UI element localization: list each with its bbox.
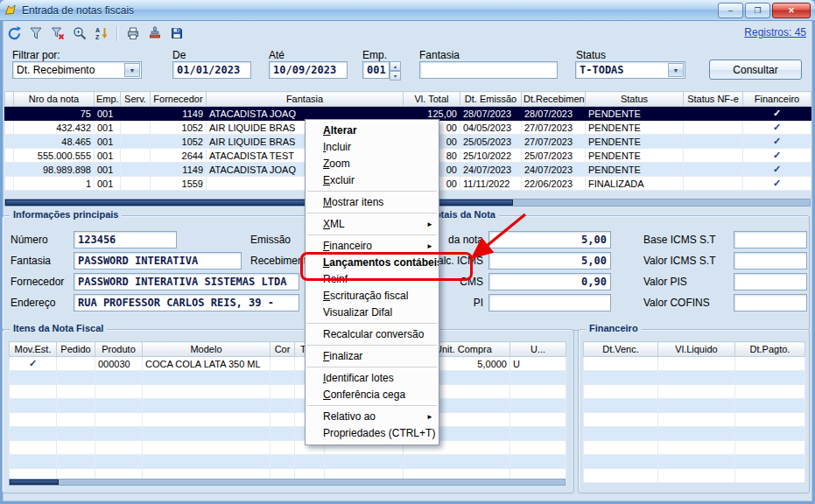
grid-cell[interactable] <box>735 427 805 441</box>
menu-item-identificar-lotes[interactable]: Identificar lotes <box>306 370 439 387</box>
grid-cell[interactable]: 1052 <box>151 135 207 149</box>
grid-cell[interactable] <box>121 135 151 149</box>
grid-cell[interactable] <box>5 163 14 177</box>
grid-cell[interactable] <box>584 413 658 427</box>
grid-cell[interactable] <box>10 455 57 469</box>
zoom-button[interactable] <box>70 24 89 43</box>
save-button[interactable] <box>167 24 186 43</box>
grid-cell[interactable]: 1149 <box>151 163 207 177</box>
registros-link[interactable]: Registros: 45 <box>744 26 806 38</box>
grid-cell[interactable] <box>121 177 151 191</box>
grid-cell[interactable] <box>57 455 95 469</box>
grid-cell[interactable] <box>57 427 95 441</box>
grid-cell[interactable] <box>510 455 566 469</box>
menu-item-reinf[interactable]: Reinf <box>306 271 439 288</box>
table-row[interactable] <box>584 413 805 427</box>
column-header[interactable]: Financeiro <box>743 92 811 107</box>
grid-cell[interactable]: 25/07/2023 <box>522 149 586 163</box>
grid-cell[interactable] <box>584 441 658 455</box>
base-calc-icms-field[interactable]: 5,00 <box>488 252 611 270</box>
grid-cell[interactable] <box>10 413 57 427</box>
grid-cell[interactable] <box>95 441 143 455</box>
grid-cell[interactable]: ✓ <box>743 107 811 121</box>
grid-cell[interactable] <box>95 385 143 399</box>
chevron-down-icon[interactable]: ▼ <box>668 63 684 77</box>
grid-cell[interactable]: 1 <box>14 177 95 191</box>
maximize-button[interactable]: ❐ <box>745 3 770 18</box>
grid-cell[interactable]: 98.989.898 <box>14 163 95 177</box>
grid-cell[interactable] <box>735 385 805 399</box>
grid-cell[interactable] <box>584 357 658 371</box>
grid-cell[interactable]: 000030 <box>95 357 143 371</box>
grid-cell[interactable] <box>270 413 295 427</box>
close-button[interactable]: ✕ <box>772 3 811 18</box>
grid-cell[interactable]: 1149 <box>151 107 207 121</box>
valor-icms-st-field[interactable] <box>734 252 807 270</box>
table-row[interactable] <box>584 441 805 455</box>
filter-button[interactable] <box>26 24 46 43</box>
itens-hscrollbar[interactable] <box>9 479 566 486</box>
grid-cell[interactable] <box>95 371 143 385</box>
table-row[interactable] <box>10 399 566 413</box>
grid-cell[interactable] <box>270 385 295 399</box>
valor-pis-field[interactable] <box>734 273 807 290</box>
column-header[interactable]: U... <box>510 342 566 357</box>
grid-cell[interactable] <box>270 371 295 385</box>
grid-cell[interactable] <box>684 121 743 135</box>
grid-cell[interactable] <box>684 163 743 177</box>
menu-item-relativo-ao[interactable]: Relativo ao► <box>306 409 439 425</box>
valor-icms-field[interactable]: 0,90 <box>488 273 611 290</box>
column-header[interactable]: Emp. <box>95 92 121 107</box>
grid-cell[interactable] <box>57 413 95 427</box>
grid-cell[interactable]: ✓ <box>743 149 811 163</box>
grid-cell[interactable] <box>510 399 566 413</box>
spin-up-icon[interactable]: ▴ <box>390 61 401 71</box>
emp-input[interactable]: 001 <box>362 61 390 79</box>
grid-cell[interactable] <box>57 441 95 455</box>
grid-cell[interactable] <box>5 135 14 149</box>
table-row[interactable] <box>584 469 805 483</box>
itens-grid[interactable]: Mov.Est.PedidoProdutoModeloCorTamVl. Uni… <box>9 341 566 483</box>
filtrar-por-combobox[interactable]: Dt. Recebimento ▼ <box>12 61 142 79</box>
grid-cell[interactable] <box>658 455 735 469</box>
grid-cell[interactable] <box>95 413 143 427</box>
grid-cell[interactable] <box>270 357 295 371</box>
grid-cell[interactable] <box>325 455 404 469</box>
column-header[interactable]: Dt. Emissão <box>460 92 522 107</box>
table-row[interactable] <box>10 371 566 385</box>
grid-cell[interactable] <box>404 455 510 469</box>
grid-cell[interactable] <box>510 371 566 385</box>
grid-cell[interactable] <box>10 441 57 455</box>
grid-cell[interactable]: 1559 <box>151 177 207 191</box>
column-header[interactable]: Cor <box>270 342 295 357</box>
grid-cell[interactable]: 2644 <box>151 149 207 163</box>
grid-cell[interactable] <box>584 399 658 413</box>
grid-cell[interactable] <box>10 371 57 385</box>
grid-cell[interactable] <box>95 427 143 441</box>
grid-cell[interactable] <box>270 427 295 441</box>
grid-cell[interactable]: 24/07/2023 <box>522 163 586 177</box>
grid-cell[interactable] <box>143 427 270 441</box>
clear-filter-button[interactable] <box>48 24 67 43</box>
table-row[interactable]: ✓000030COCA COLA LATA 350 ML5,0000U <box>10 357 566 371</box>
grid-cell[interactable] <box>121 149 151 163</box>
grid-cell[interactable] <box>95 455 143 469</box>
grid-cell[interactable] <box>95 399 143 413</box>
table-row[interactable] <box>10 385 566 399</box>
endereco-field[interactable]: RUA PROFESSOR CARLOS REIS, 39 - <box>74 294 299 312</box>
fantasia-input[interactable] <box>419 61 558 79</box>
grid-cell[interactable] <box>584 469 658 483</box>
menu-item-zoom[interactable]: Zoom <box>306 156 439 172</box>
grid-cell[interactable] <box>684 177 743 191</box>
grid-cell[interactable]: 28/07/2023 <box>522 107 586 121</box>
column-header[interactable]: Serv. <box>121 92 151 107</box>
grid-cell[interactable] <box>121 163 151 177</box>
grid-cell[interactable]: 27/07/2023 <box>522 135 586 149</box>
grid-cell[interactable]: 001 <box>95 121 121 135</box>
table-row[interactable] <box>584 427 805 441</box>
grid-cell[interactable] <box>270 399 295 413</box>
grid-cell[interactable] <box>658 441 735 455</box>
grid-cell[interactable] <box>658 385 735 399</box>
grid-cell[interactable] <box>584 385 658 399</box>
grid-cell[interactable] <box>57 399 95 413</box>
